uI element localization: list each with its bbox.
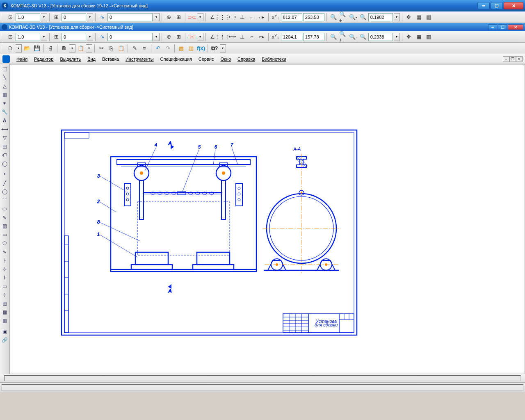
scale-input-2[interactable] <box>16 33 40 41</box>
x-coord-2[interactable] <box>281 33 302 41</box>
redo-icon[interactable]: ↷ <box>163 44 172 53</box>
doc-maximize-button[interactable]: ☐ <box>498 24 507 30</box>
l1-icon[interactable]: ⌐ <box>247 13 256 22</box>
paste-icon[interactable]: 📋 <box>116 44 126 53</box>
new-dd[interactable]: ▾ <box>16 44 22 52</box>
menu-window[interactable]: Окно <box>217 55 234 63</box>
tp-text-icon[interactable]: A <box>0 116 9 125</box>
zoom-fit-icon[interactable]: 🔍 <box>329 13 338 22</box>
zoom-input-2[interactable] <box>368 33 393 41</box>
style-dropdown-2[interactable]: ▾ <box>153 33 160 41</box>
props-dd[interactable]: ▾ <box>86 44 92 52</box>
magnet-dd-1[interactable]: ▾ <box>197 13 203 21</box>
menu-select[interactable]: Выделить <box>57 55 84 63</box>
tp-axis-icon[interactable]: ⊹ <box>0 291 9 299</box>
menu-insert[interactable]: Вставка <box>99 55 122 63</box>
help-icon[interactable]: ⧉? <box>210 44 219 53</box>
help-dd[interactable]: ▾ <box>220 44 226 52</box>
tp-bezier-icon[interactable]: ∿ <box>0 248 9 256</box>
doc-minimize-button[interactable]: ━ <box>488 24 497 30</box>
perp-icon[interactable]: ⊥ <box>237 13 247 22</box>
tp-layer-icon[interactable]: ▤ <box>0 142 9 151</box>
step-dropdown-1[interactable]: ▾ <box>87 13 93 21</box>
fx-icon[interactable]: f(x) <box>196 44 205 53</box>
mdi-close-button[interactable]: × <box>516 56 523 62</box>
scale-dropdown-1[interactable]: ▾ <box>41 13 47 21</box>
magnet-dd-2[interactable]: ▾ <box>197 33 203 41</box>
preview-dd[interactable]: ▾ <box>69 44 75 52</box>
layer-icon-1[interactable]: ▦ <box>414 13 423 22</box>
menu-libs[interactable]: Библиотеки <box>258 55 290 63</box>
tp-rect-icon[interactable]: ▭ <box>0 231 9 239</box>
tp-trim-icon[interactable]: ⊹ <box>0 265 9 273</box>
print-icon[interactable]: 🖨 <box>46 44 55 53</box>
tp-cont-icon[interactable]: ▭ <box>0 282 9 290</box>
zoom-dd-2[interactable]: ▾ <box>394 33 400 41</box>
style-icon[interactable]: ∿ <box>98 13 107 22</box>
l2-icon[interactable]: ⌐▸ <box>257 13 266 22</box>
snap-icon-2[interactable]: ⊕ <box>164 32 173 41</box>
tp-link-icon[interactable]: 🔗 <box>0 336 9 344</box>
style-input-2[interactable] <box>107 33 153 41</box>
tp-tool-icon[interactable]: 🔧 <box>0 108 9 116</box>
lib1-icon[interactable]: ▦ <box>177 44 186 53</box>
zoom-in-icon[interactable]: 🔍+ <box>339 13 348 22</box>
doc-close-button[interactable]: ✕ <box>508 24 523 30</box>
menu-view[interactable]: Вид <box>84 55 99 63</box>
step-icon-2[interactable]: ⊞ <box>52 32 61 41</box>
cut-icon[interactable]: ✂ <box>97 44 106 53</box>
zoom-sel-icon-2[interactable]: 🔍 <box>358 32 368 41</box>
props-icon[interactable]: 📋 <box>76 44 85 53</box>
style-input-1[interactable] <box>107 13 153 21</box>
dim-icon[interactable]: ⟷ <box>228 13 237 22</box>
tp-poly-icon[interactable]: ⬠ <box>0 239 9 247</box>
tp-offs-icon[interactable]: ⟊ <box>0 256 9 265</box>
style-dropdown-1[interactable]: ▾ <box>153 13 160 21</box>
zoom-fit-icon-2[interactable]: 🔍 <box>329 32 338 41</box>
copy-icon[interactable]: ⎘ <box>107 44 116 53</box>
grid2-icon-2[interactable]: ⋮⋮⋮ <box>218 32 227 41</box>
l1-icon-2[interactable]: ⌐ <box>247 32 256 41</box>
tp-pick-icon[interactable]: ⬚ <box>0 65 9 73</box>
x-coord-1[interactable] <box>281 13 302 21</box>
tp-dot-icon[interactable]: • <box>0 170 9 178</box>
tp-hatch-icon[interactable]: ▨ <box>0 222 9 230</box>
scale-input-1[interactable] <box>16 13 40 21</box>
tp-tbl-icon[interactable]: ▦ <box>0 317 9 325</box>
tp-dim-icon[interactable]: ⟷ <box>0 125 9 133</box>
tp-bal-icon[interactable]: ◯ <box>0 160 9 168</box>
maximize-button[interactable]: ☐ <box>491 2 503 9</box>
style-icon-2[interactable]: ∿ <box>98 32 107 41</box>
dim-icon-2[interactable]: ⟷ <box>228 32 237 41</box>
mdi-minimize-button[interactable]: − <box>503 56 509 62</box>
y-coord-1[interactable] <box>303 13 324 21</box>
filter-icon[interactable]: ▥ <box>424 13 433 22</box>
crop-icon[interactable]: ⊡ <box>6 13 15 22</box>
tp-note-icon[interactable]: 🏷 <box>0 151 9 159</box>
drawing-canvas[interactable]: 3 2 8 1 4 5 6 7 А А А-А <box>10 64 525 374</box>
tp-cross-icon[interactable]: ✶ <box>0 99 9 107</box>
step-icon[interactable]: ⊞ <box>52 13 61 22</box>
menu-file[interactable]: Файл <box>13 55 31 63</box>
layer-icon-2[interactable]: ▦ <box>414 32 423 41</box>
menu-tools[interactable]: Инструменты <box>122 55 157 63</box>
close-button[interactable]: ✕ <box>504 2 523 9</box>
l2-icon-2[interactable]: ⌐▸ <box>257 32 266 41</box>
tp-tri-icon[interactable]: △ <box>0 82 9 90</box>
minimize-button[interactable]: ━ <box>477 2 490 9</box>
open-icon[interactable]: 📂 <box>23 44 32 53</box>
menu-help[interactable]: Справка <box>234 55 258 63</box>
pan-icon-2[interactable]: ✥ <box>404 32 413 41</box>
h-scrollbar[interactable] <box>4 375 521 381</box>
zoom-out-icon[interactable]: 🔍- <box>349 13 358 22</box>
magnet-icon-1[interactable]: ⊃⊂ <box>187 13 196 22</box>
tp-ell-icon[interactable]: ⬭ <box>0 205 9 213</box>
grid2-icon[interactable]: ⋮⋮⋮ <box>218 13 227 22</box>
zoom-sel-icon[interactable]: 🔍 <box>358 13 368 22</box>
tp-fill-icon[interactable]: ▩ <box>0 308 9 316</box>
step-input-2[interactable] <box>62 33 86 41</box>
magnet-icon-2[interactable]: ⊃⊂ <box>187 32 196 41</box>
tp-seg-icon[interactable]: ╱ <box>0 179 9 187</box>
step-dropdown-2[interactable]: ▾ <box>87 33 93 41</box>
tp-hatch2-icon[interactable]: ▧ <box>0 299 9 308</box>
